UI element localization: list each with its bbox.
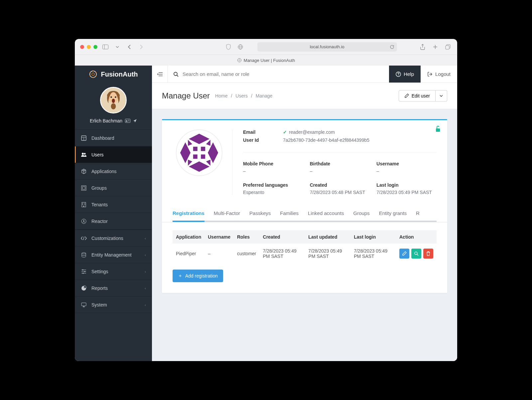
current-user-profile: Erlich Bachman (75, 83, 152, 129)
nav-customizations[interactable]: Customizations ‹ (75, 230, 152, 247)
menu-toggle-button[interactable] (152, 66, 168, 83)
unlock-icon[interactable] (435, 125, 441, 132)
nav-label: Settings (91, 269, 108, 274)
tab-entity-grants[interactable]: Entity grants (379, 204, 407, 222)
row-edit-button[interactable] (399, 249, 409, 259)
tabs: Registrations Multi-Factor Passkeys Fami… (162, 204, 447, 222)
mobile-phone-cell: Mobile Phone – (243, 161, 303, 174)
chevron-left-icon: ‹ (145, 303, 146, 307)
page-header: Manage User Home / Users / Manage Edit u… (152, 83, 457, 109)
nav-label: Reports (91, 286, 108, 291)
back-button[interactable] (125, 44, 133, 50)
nav-system[interactable]: System ‹ (75, 297, 152, 313)
row-delete-button[interactable] (423, 249, 433, 259)
minimize-window-button[interactable] (87, 45, 91, 49)
svg-point-17 (93, 77, 94, 78)
col-roles: Roles (234, 230, 260, 244)
row-view-button[interactable] (411, 249, 421, 259)
col-application: Application (173, 230, 204, 244)
nav-dashboard[interactable]: Dashboard (75, 130, 152, 146)
tab-passkeys[interactable]: Passkeys (249, 204, 271, 222)
svg-point-49 (82, 269, 83, 270)
tab-linked-accounts[interactable]: Linked accounts (308, 204, 344, 222)
favicon-icon (237, 58, 242, 63)
sidebar-toggle-icon[interactable] (101, 44, 109, 50)
new-tab-icon[interactable] (431, 44, 439, 50)
url-bar[interactable]: local.fusionauth.io (257, 42, 397, 52)
cell-last-updated: 7/28/2023 05:49 PM SAST (305, 244, 350, 264)
breadcrumb-users[interactable]: Users (235, 93, 248, 99)
forward-button[interactable] (137, 44, 145, 50)
cell-last-login: 7/28/2023 05:49 PM SAST (350, 244, 396, 264)
svg-point-58 (174, 72, 177, 76)
cell-username: – (204, 244, 234, 264)
svg-rect-62 (436, 128, 440, 132)
groups-icon (81, 185, 87, 191)
col-created: Created (260, 230, 305, 244)
nav-settings[interactable]: Settings ‹ (75, 263, 152, 280)
nav-reports[interactable]: Reports ‹ (75, 280, 152, 297)
created-cell: Created 7/28/2023 05:48 PM SAST (310, 182, 370, 195)
svg-point-6 (237, 58, 241, 62)
svg-rect-35 (81, 186, 86, 190)
maximize-window-button[interactable] (93, 45, 97, 49)
nav-entity-management[interactable]: Entity Management ‹ (75, 247, 152, 263)
svg-point-10 (237, 60, 238, 60)
id-card-icon[interactable] (125, 119, 130, 123)
nav-applications[interactable]: Applications (75, 163, 152, 180)
search-wrap (168, 71, 389, 77)
nav-users[interactable]: Users (75, 146, 152, 163)
current-user-name: Erlich Bachman (90, 118, 122, 123)
svg-point-13 (92, 73, 94, 76)
svg-point-19 (90, 72, 91, 73)
user-card: Email ✓reader@example.com User Id 7a2b67… (162, 119, 447, 293)
tab-registrations[interactable]: Registrations (173, 204, 204, 222)
svg-point-25 (112, 99, 115, 103)
svg-point-51 (83, 273, 84, 274)
svg-rect-64 (201, 147, 205, 151)
help-button[interactable]: Help (389, 66, 421, 83)
current-user-avatar[interactable] (100, 87, 127, 113)
desktop-icon (81, 302, 87, 307)
brand-logo[interactable]: FusionAuth (75, 66, 152, 83)
users-icon (81, 152, 87, 157)
nav-tenants[interactable]: Tenants (75, 196, 152, 213)
svg-point-15 (96, 72, 97, 73)
share-icon[interactable] (419, 44, 427, 50)
add-registration-button[interactable]: ＋ Add registration (173, 270, 223, 282)
logout-button[interactable]: Logout (421, 66, 457, 83)
svg-point-18 (90, 76, 91, 77)
svg-point-45 (82, 253, 86, 254)
tab-multi-factor[interactable]: Multi-Factor (214, 204, 240, 222)
search-icon (173, 72, 179, 77)
tab-families[interactable]: Families (280, 204, 299, 222)
refresh-icon[interactable] (390, 45, 394, 49)
user-avatar-column (173, 129, 232, 195)
breadcrumb-home[interactable]: Home (215, 93, 227, 99)
svg-point-7 (239, 60, 240, 61)
nav-groups[interactable]: Groups (75, 180, 152, 196)
tab-groups[interactable]: Groups (353, 204, 370, 222)
close-window-button[interactable] (80, 45, 84, 49)
nav-menu: Dashboard Users Applications Groups Tena… (75, 129, 152, 313)
chevron-down-icon[interactable] (113, 44, 121, 50)
registrations-table: Application Username Roles Created Last … (173, 230, 437, 264)
chevron-left-icon: ‹ (145, 236, 146, 240)
code-icon (81, 236, 87, 240)
pie-chart-icon (81, 286, 87, 291)
registrations-table-wrap: Application Username Roles Created Last … (162, 222, 447, 293)
nav-reactor[interactable]: Reactor (75, 213, 152, 230)
nav-label: Entity Management (91, 252, 132, 258)
search-input[interactable] (183, 71, 384, 77)
edit-user-button[interactable]: Edit user (399, 90, 436, 101)
nav-label: Users (91, 152, 104, 157)
shield-icon[interactable] (224, 44, 232, 50)
svg-rect-52 (81, 303, 86, 306)
user-info-column: Email ✓reader@example.com User Id 7a2b67… (232, 129, 437, 195)
location-arrow-icon[interactable] (133, 119, 137, 123)
tab-more[interactable]: R (416, 204, 420, 222)
svg-point-61 (398, 75, 399, 76)
col-last-login: Last login (350, 230, 396, 244)
edit-user-dropdown[interactable] (436, 90, 447, 101)
tabs-icon[interactable] (444, 44, 452, 50)
